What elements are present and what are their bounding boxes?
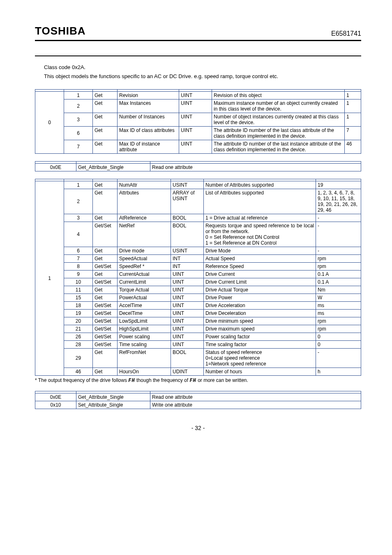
table-cell: AtReference (118, 214, 171, 222)
table-cell: UINT (171, 325, 204, 333)
table-cell: Drive Actual Torque (204, 286, 316, 294)
param-code: FH (189, 378, 196, 384)
table-cell: Number of Instances (118, 113, 179, 127)
table-cell: 0.1 A (316, 278, 361, 286)
table-cell: UINT (171, 317, 204, 325)
table-cell: 2 (64, 99, 93, 113)
table-cell: 3 (64, 214, 93, 222)
instance-services-table: 0x0E Get_Attribute_Single Read one attri… (35, 391, 361, 409)
section-rule (35, 56, 361, 56)
table-cell: W (316, 294, 361, 302)
table-cell: Actual Speed (204, 255, 316, 263)
table-cell: BOOL (171, 222, 204, 247)
table-cell: Get/Set (93, 222, 118, 247)
table-cell: PowerActual (118, 294, 171, 302)
param-code: FH (128, 378, 135, 384)
table-cell: Max ID of class attributes (118, 127, 179, 140)
table-cell: List of Attributes supported (204, 189, 316, 214)
table-cell: INT (171, 263, 204, 271)
table-cell: 1 (345, 113, 361, 127)
table-cell: BOOL (171, 349, 204, 368)
table-cell: 15 (64, 294, 93, 302)
table-cell: UINT (171, 333, 204, 341)
table-cell: 6 (64, 247, 93, 255)
table-cell: Get (93, 247, 118, 255)
table-cell: 10 (64, 278, 93, 286)
table-cell: 29 (64, 349, 93, 368)
table-cell: Requests torque and speed reference to b… (204, 222, 316, 247)
table-cell: Get (93, 214, 118, 222)
table-cell: RefFromNet (118, 349, 171, 368)
table-cell: UDINT (171, 368, 204, 376)
table-cell: Time scaling (118, 341, 171, 349)
table-cell: Get/Set (93, 325, 118, 333)
table-cell: Get/Set (93, 310, 118, 317)
table-cell: Read one attribute (150, 393, 361, 401)
table-cell: Nm (316, 286, 361, 294)
footnote: * The output frequency of the drive foll… (35, 377, 361, 384)
table-cell: 19 (64, 310, 93, 317)
table-cell: Get (93, 181, 118, 189)
table-cell: NumAttr (118, 181, 171, 189)
table-cell: Set_Attribute_Single (76, 401, 150, 409)
table-cell: 20 (64, 317, 93, 325)
doc-number: E6581741 (331, 30, 361, 37)
table-cell: Attrbutes (118, 189, 171, 214)
table-cell: Get (93, 349, 118, 368)
table-cell: 3 (64, 113, 93, 127)
table-cell: BOOL (171, 214, 204, 222)
table-cell: Drive minimum speed (204, 317, 316, 325)
table-cell: Number of hours (204, 368, 316, 376)
table-cell: 19 (316, 181, 361, 189)
table-cell: Number of Attributes supported (204, 181, 316, 189)
table-cell: Max ID of instance attribute (118, 140, 179, 154)
table-cell: UINT (171, 294, 204, 302)
table-cell: Read one attribute (150, 164, 361, 171)
table-cell: rpm (316, 325, 361, 333)
table-cell: UINT (171, 271, 204, 278)
table-cell: Get/Set (93, 333, 118, 341)
table-cell: UINT (179, 127, 212, 140)
table-cell: UINT (179, 140, 212, 154)
table-cell: Get (93, 140, 118, 154)
table-cell: Get (93, 294, 118, 302)
table-cell: Power scaling (118, 333, 171, 341)
table-cell: Get_Attribute_Single (76, 164, 150, 171)
table-cell: CurrentActual (118, 271, 171, 278)
table-cell: Drive Current (204, 271, 316, 278)
table-cell: AccelTime (118, 302, 171, 310)
table-cell: NetRef (118, 222, 171, 247)
table-cell: UINT (179, 99, 212, 113)
table-cell: 46 (64, 368, 93, 376)
table-cell: Drive Current Limit (204, 278, 316, 286)
table-cell: Number of object instances currently cre… (212, 113, 345, 127)
table-cell: 0x10 (35, 401, 76, 409)
table-cell: CurrentLimit (118, 278, 171, 286)
table-cell: 1, 2, 3, 4, 6, 7, 8, 9, 10, 11, 15, 18, … (316, 189, 361, 214)
table-cell: DecelTime (118, 310, 171, 317)
table-cell: 28 (64, 341, 93, 349)
intro-line-1: Class code 0x2A. (35, 64, 361, 71)
footnote-text: though the frequency of (135, 377, 190, 383)
table-cell: 46 (345, 140, 361, 154)
table-cell: Get_Attribute_Single (76, 393, 150, 401)
table-cell: 0x0E (35, 393, 76, 401)
table-cell: Get (93, 92, 118, 99)
table-cell: Get (93, 127, 118, 140)
table-cell: 1 (64, 181, 93, 189)
table-cell: Get/Set (93, 341, 118, 349)
table-cell: 7 (345, 127, 361, 140)
table-cell: Get/Set (93, 278, 118, 286)
table-cell: USINT (171, 181, 204, 189)
table-cell: - (316, 247, 361, 255)
table-cell: Torque Actual (118, 286, 171, 294)
brand-logo: TOSHIBA (35, 25, 86, 37)
table-cell: Revision (118, 92, 179, 99)
table-cell: USINT (171, 247, 204, 255)
table-cell: 0x0E (35, 164, 76, 171)
table-cell: Get/Set (93, 263, 118, 271)
table-cell: rpm (316, 317, 361, 325)
table-cell: 1 (345, 99, 361, 113)
table-cell: Get (93, 189, 118, 214)
table-cell: 9 (64, 271, 93, 278)
